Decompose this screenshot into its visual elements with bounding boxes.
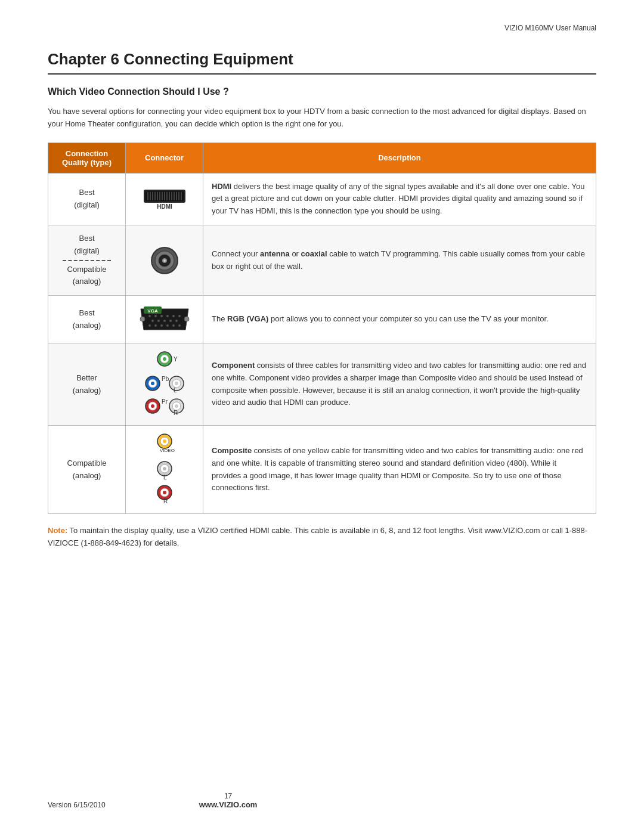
svg-text:R: R bbox=[163, 498, 168, 504]
svg-point-33 bbox=[157, 320, 160, 322]
svg-point-30 bbox=[172, 315, 175, 317]
svg-text:R: R bbox=[174, 410, 178, 416]
svg-point-75 bbox=[163, 491, 166, 494]
note-section: Note: To maintain the display quality, u… bbox=[48, 525, 596, 550]
svg-point-32 bbox=[151, 320, 154, 322]
svg-point-41 bbox=[172, 324, 175, 327]
footer-version: Version 6/15/2010 bbox=[48, 801, 106, 809]
svg-point-29 bbox=[166, 315, 169, 317]
quality-component: Better(analog) bbox=[48, 343, 126, 426]
col-header-quality: ConnectionQuality (type) bbox=[48, 143, 126, 173]
quality-vga: Best(analog) bbox=[48, 296, 126, 343]
footer-website: www.VIZIO.com bbox=[106, 800, 351, 809]
svg-point-35 bbox=[169, 320, 172, 322]
col-header-connector: Connector bbox=[126, 143, 203, 173]
svg-text:Y: Y bbox=[174, 356, 178, 363]
table-row: Compatible(analog) VIDEO L bbox=[48, 426, 596, 514]
table-row: Best(digital) Compatible(analog) Connect… bbox=[48, 225, 596, 295]
svg-point-47 bbox=[163, 357, 166, 361]
desc-composite: Composite consists of one yellow cable f… bbox=[203, 426, 596, 514]
quality-composite: Compatible(analog) bbox=[48, 426, 126, 514]
connector-vga: VGA bbox=[126, 296, 203, 343]
footer-center: 17 www.VIZIO.com bbox=[106, 792, 351, 809]
table-row: Best(digital) bbox=[48, 173, 596, 225]
svg-text:Pr: Pr bbox=[162, 398, 168, 405]
coaxial-icon bbox=[147, 243, 182, 278]
col-header-description: Description bbox=[203, 143, 596, 173]
svg-point-31 bbox=[178, 315, 181, 317]
vga-icon: VGA bbox=[138, 303, 191, 336]
svg-point-44 bbox=[184, 317, 189, 321]
svg-text:HDMI: HDMI bbox=[157, 203, 172, 210]
note-label: Note: bbox=[48, 526, 67, 535]
desc-hdmi: HDMI delivers the best image quality of … bbox=[203, 173, 596, 225]
svg-point-27 bbox=[154, 315, 157, 317]
svg-text:L: L bbox=[163, 474, 167, 481]
desc-coaxial: Connect your antenna or coaxial cable to… bbox=[203, 225, 596, 295]
svg-point-22 bbox=[163, 259, 166, 262]
table-row: Best(analog) VGA bbox=[48, 296, 596, 343]
desc-vga: The RGB (VGA) port allows you to connect… bbox=[203, 296, 596, 343]
quality-coaxial: Best(digital) Compatible(analog) bbox=[48, 225, 126, 295]
connector-coaxial bbox=[126, 225, 203, 295]
desc-component: Component consists of three cables for t… bbox=[203, 343, 596, 426]
composite-icon: VIDEO L R bbox=[141, 433, 188, 504]
svg-point-39 bbox=[160, 324, 163, 327]
connection-table: ConnectionQuality (type) Connector Descr… bbox=[48, 143, 596, 515]
manual-title: VIZIO M160MV User Manual bbox=[48, 24, 596, 32]
svg-text:L: L bbox=[174, 387, 177, 394]
svg-point-40 bbox=[166, 324, 169, 327]
svg-point-71 bbox=[163, 467, 166, 470]
quality-hdmi: Best(digital) bbox=[48, 173, 126, 225]
connector-component: Y Pb L Pr bbox=[126, 343, 203, 426]
svg-point-63 bbox=[175, 404, 178, 408]
svg-point-55 bbox=[175, 382, 178, 385]
svg-point-28 bbox=[160, 315, 163, 317]
component-icon: Y Pb L Pr bbox=[141, 351, 188, 416]
svg-point-51 bbox=[151, 382, 154, 385]
svg-point-43 bbox=[140, 317, 145, 321]
hdmi-icon: HDMI bbox=[141, 185, 188, 212]
table-row: Better(analog) Y Pb L bbox=[48, 343, 596, 426]
svg-text:VGA: VGA bbox=[147, 308, 158, 314]
connector-composite: VIDEO L R bbox=[126, 426, 203, 514]
svg-text:Pb: Pb bbox=[162, 376, 169, 382]
footer: Version 6/15/2010 17 www.VIZIO.com bbox=[48, 792, 596, 809]
svg-point-38 bbox=[154, 324, 157, 327]
intro-text: You have several options for connecting … bbox=[48, 106, 596, 131]
svg-point-59 bbox=[151, 404, 154, 408]
svg-point-34 bbox=[163, 320, 166, 322]
note-text: To maintain the display quality, use a V… bbox=[48, 526, 587, 547]
svg-point-26 bbox=[148, 315, 151, 317]
section-title: Which Video Connection Should I Use ? bbox=[48, 86, 596, 97]
footer-page-number: 17 bbox=[106, 792, 351, 800]
chapter-title: Chapter 6 Connecting Equipment bbox=[48, 50, 596, 75]
connector-hdmi: HDMI bbox=[126, 173, 203, 225]
svg-point-42 bbox=[178, 324, 181, 327]
svg-point-67 bbox=[163, 439, 166, 443]
svg-point-36 bbox=[175, 320, 178, 322]
svg-point-37 bbox=[148, 324, 151, 327]
svg-text:VIDEO: VIDEO bbox=[160, 448, 175, 453]
